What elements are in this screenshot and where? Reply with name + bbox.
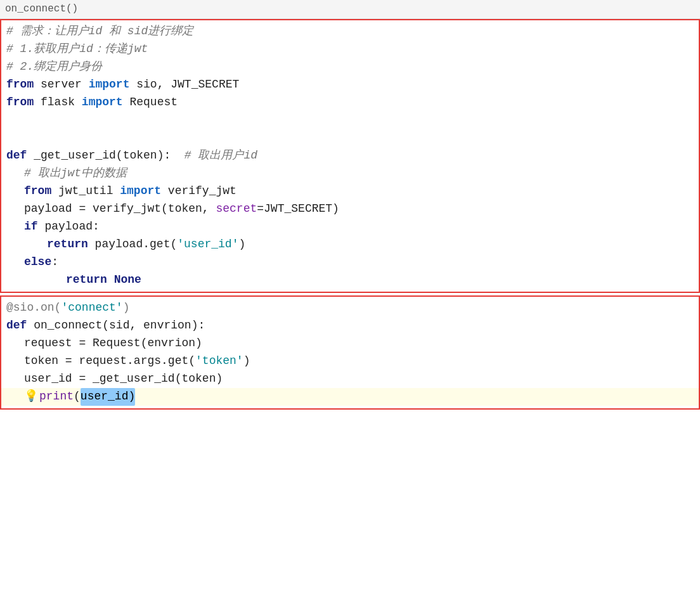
string-token: 'token': [195, 353, 243, 370]
code-line: # 需求：让用户id 和 sid进行绑定: [1, 23, 699, 41]
code-line: # 1.获取用户id：传递jwt: [1, 41, 699, 58]
blank-line: [1, 129, 699, 147]
selected-text: user_id): [81, 388, 135, 406]
bottom-code-block: @sio.on('connect')def on_connect(sid, en…: [0, 295, 700, 410]
print-line: 💡print(user_id): [1, 388, 699, 406]
code-text: payload.get(: [88, 236, 177, 254]
code-text: on_connect(sid, envrion):: [27, 317, 205, 335]
code-text: request = Request(envrion): [24, 335, 202, 353]
keyword-import: import: [120, 183, 161, 200]
keyword-if: if: [24, 218, 38, 236]
code-line: request = Request(envrion): [1, 335, 699, 353]
func-name: _get_user_id(token):: [27, 147, 171, 165]
code-text: flask: [34, 94, 82, 112]
keyword-def: def: [6, 147, 27, 165]
code-text: token = request.args.get(: [24, 353, 195, 370]
code-text: (: [74, 388, 81, 406]
comment-text: # 2.绑定用户身份: [6, 58, 102, 76]
code-line: token = request.args.get('token'): [1, 353, 699, 370]
code-text: :: [51, 254, 58, 271]
code-line: return None: [1, 271, 699, 289]
top-bar-label: on_connect(): [5, 3, 78, 15]
code-text: payload = verify_jwt(token,: [24, 200, 216, 218]
top-code-pre: # 需求：让用户id 和 sid进行绑定# 1.获取用户id：传递jwt# 2.…: [1, 20, 699, 292]
string-connect: 'connect': [61, 299, 122, 317]
code-line: from server import sio, JWT_SECRET: [1, 76, 699, 94]
code-line: payload = verify_jwt(token, secret=JWT_S…: [1, 200, 699, 218]
code-line: # 2.绑定用户身份: [1, 58, 699, 76]
keyword-from: from: [6, 76, 34, 94]
keyword-from: from: [24, 183, 51, 200]
keyword-return: return: [47, 236, 88, 254]
code-text: Request: [123, 94, 178, 112]
code-text: user_id = _get_user_id(token): [24, 370, 223, 388]
code-line: from jwt_util import verify_jwt: [1, 183, 699, 200]
decorator-end: ): [123, 299, 130, 317]
code-text: ): [238, 236, 245, 254]
keyword-print: print: [39, 388, 74, 406]
decorator-text: @sio.on(: [6, 299, 61, 317]
code-text: ): [243, 353, 250, 370]
keyword-else: else: [24, 254, 51, 271]
editor-container: on_connect() # 需求：让用户id 和 sid进行绑定# 1.获取用…: [0, 0, 700, 596]
comment-text: # 取出用户id: [171, 147, 257, 165]
code-line: if payload:: [1, 218, 699, 236]
code-line: def on_connect(sid, envrion):: [1, 317, 699, 335]
keyword-none: None: [114, 271, 141, 289]
code-text: verify_jwt: [161, 183, 237, 200]
code-text: server: [34, 76, 88, 94]
code-line: user_id = _get_user_id(token): [1, 370, 699, 388]
keyword-return: return: [66, 271, 107, 289]
code-text: =JWT_SECRET): [257, 200, 339, 218]
code-line: def _get_user_id(token): # 取出用户id: [1, 147, 699, 165]
code-line: else:: [1, 254, 699, 271]
code-line: from flask import Request: [1, 94, 699, 112]
code-line: # 取出jwt中的数据: [1, 165, 699, 183]
keyword-from: from: [6, 94, 34, 112]
code-line: return payload.get('user_id'): [1, 236, 699, 254]
keyword-import: import: [82, 94, 123, 112]
code-text: sio, JWT_SECRET: [129, 76, 239, 94]
blank-line: [1, 112, 699, 129]
string-user-id: 'user_id': [177, 236, 238, 254]
bottom-code-pre: @sio.on('connect')def on_connect(sid, en…: [1, 297, 699, 408]
top-bar: on_connect(): [0, 0, 700, 19]
comment-text: # 取出jwt中的数据: [24, 165, 127, 183]
top-code-block: # 需求：让用户id 和 sid进行绑定# 1.获取用户id：传递jwt# 2.…: [0, 19, 700, 293]
bulb-icon: 💡: [24, 388, 38, 406]
keyword-def: def: [6, 317, 27, 335]
code-text: [107, 271, 114, 289]
code-text: jwt_util: [51, 183, 120, 200]
code-line: @sio.on('connect'): [1, 299, 699, 317]
keyword-import: import: [89, 76, 130, 94]
comment-text: # 1.获取用户id：传递jwt: [6, 41, 148, 58]
keyword-secret: secret: [216, 200, 257, 218]
comment-text: # 需求：让用户id 和 sid进行绑定: [6, 23, 193, 41]
code-text: payload:: [38, 218, 100, 236]
